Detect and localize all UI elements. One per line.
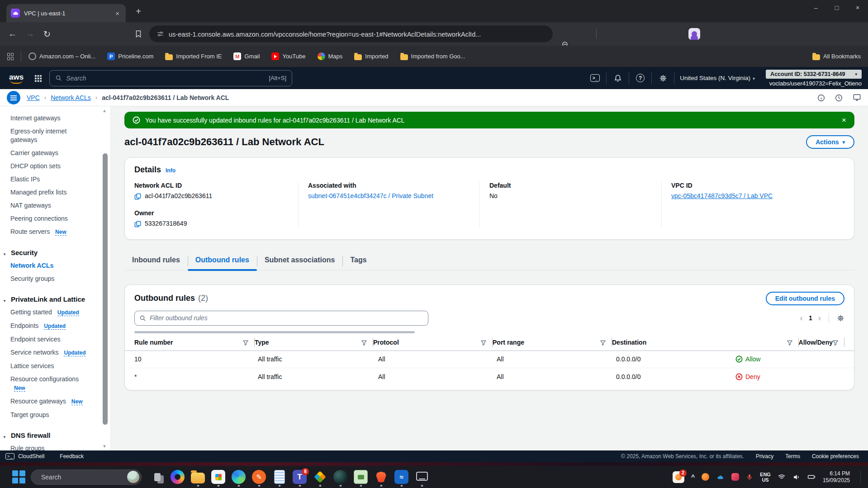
start-button[interactable]	[11, 469, 26, 485]
tab-item[interactable]: Tags	[342, 252, 374, 270]
settings-gear-icon[interactable]	[652, 72, 674, 85]
tab-item[interactable]: Outbound rules	[188, 252, 257, 270]
microsoft-365-icon[interactable]	[167, 467, 188, 488]
new-ui-icon[interactable]	[853, 93, 861, 102]
bookmark-item[interactable]: P Priceline.com	[107, 52, 153, 60]
sidebar-item[interactable]: Service networks Updated	[0, 346, 110, 360]
tab-item[interactable]: Inbound rules	[124, 252, 188, 270]
cloudshell-icon[interactable]: >_	[584, 72, 606, 85]
notifications-bell-icon[interactable]	[607, 72, 629, 85]
aws-search-input[interactable]	[66, 75, 265, 82]
previous-page-icon[interactable]: ‹	[800, 313, 803, 323]
microsoft-store-icon[interactable]	[208, 467, 228, 488]
tab-close-icon[interactable]: ×	[114, 9, 121, 17]
file-explorer-icon[interactable]	[188, 467, 208, 488]
sidebar-item[interactable]: Egress-only internet gateways	[0, 125, 110, 147]
feedback-link[interactable]: Feedback	[60, 453, 84, 460]
sidebar-item[interactable]: Security	[0, 246, 110, 259]
filter-box[interactable]	[134, 311, 428, 326]
bookmark-item[interactable]: Imported From IE	[165, 53, 222, 60]
copy-icon[interactable]	[134, 192, 141, 200]
browser-tab[interactable]: VPC | us-east-1 ×	[6, 4, 126, 22]
sidebar-item[interactable]: Rule groups	[0, 442, 110, 450]
associated-subnet-link[interactable]: subnet-067451e4cbf34247c / Private Subne…	[308, 192, 433, 199]
bookmark-item[interactable]: Imported from Goo...	[400, 53, 465, 60]
site-settings-icon[interactable]	[157, 30, 164, 38]
sidebar-scrollbar[interactable]: ▲ ▼	[102, 108, 108, 449]
column-header[interactable]: Type	[255, 338, 373, 347]
sidebar-item[interactable]: Endpoint services	[0, 333, 110, 346]
sidebar-item[interactable]: Resource gateways New	[0, 395, 110, 408]
sidebar-item[interactable]: Elastic IPs	[0, 173, 110, 186]
sidebar-item[interactable]: PrivateLink and Lattice	[0, 293, 110, 306]
column-header[interactable]: Destination	[612, 338, 799, 347]
table-horizontal-scrollbar[interactable]	[134, 331, 415, 333]
sidebar-item[interactable]: Endpoints Updated	[0, 319, 110, 333]
hidden-icons-chevron[interactable]: ^	[691, 474, 695, 481]
account-id-menu[interactable]: Account ID: 5332-6731-8649▾	[766, 70, 862, 79]
filter-funnel-icon[interactable]	[481, 339, 486, 346]
breadcrumb-network-acls-link[interactable]: Network ACLs	[51, 94, 91, 101]
copy-tool-icon[interactable]	[147, 467, 167, 488]
bookmark-item[interactable]: M Gmail	[233, 52, 260, 60]
aws-logo[interactable]: aws	[6, 73, 28, 84]
filter-funnel-icon[interactable]	[787, 339, 792, 346]
search-highlight-image[interactable]	[127, 471, 139, 483]
new-tab-button[interactable]: +	[132, 6, 145, 17]
scroll-up-icon[interactable]: ▲	[102, 108, 107, 113]
details-info-link[interactable]: Info	[166, 167, 175, 174]
bookmark-item[interactable]: Amazon.com – Onli...	[28, 52, 95, 60]
url-text[interactable]: us-east-1.console.aws.amazon.com/vpccons…	[169, 30, 481, 38]
remote-desktop-icon[interactable]	[412, 467, 432, 488]
photos-app-icon[interactable]	[330, 467, 351, 488]
help-icon[interactable]: ?	[629, 72, 651, 85]
filter-input[interactable]	[150, 314, 423, 322]
taskbar-search-input[interactable]	[41, 474, 123, 481]
wifi-icon[interactable]	[778, 473, 786, 481]
column-header[interactable]: Rule number	[134, 338, 255, 347]
bookmark-item[interactable]: Maps	[318, 52, 343, 60]
profile-avatar[interactable]	[688, 28, 700, 40]
sidebar-item[interactable]: NAT gateways	[0, 199, 110, 212]
sidebar-item[interactable]: Getting started Updated	[0, 306, 110, 319]
sidebar-item[interactable]: Internet gateways	[0, 112, 110, 125]
sidebar-item[interactable]: Route servers New	[0, 225, 110, 239]
quill-app-icon[interactable]: ✎	[249, 467, 269, 488]
window-close-button[interactable]: ×	[847, 0, 868, 15]
stamp-app-icon[interactable]	[351, 467, 371, 488]
aws-search-box[interactable]: [Alt+S]	[49, 70, 292, 86]
page-number[interactable]: 1	[809, 314, 812, 322]
privacy-link[interactable]: Privacy	[756, 453, 773, 460]
onedrive-cloud-icon[interactable]	[716, 473, 725, 481]
brave-icon[interactable]	[371, 467, 391, 488]
column-header[interactable]: Allow/Deny	[799, 338, 844, 347]
back-button[interactable]: ←	[8, 29, 17, 39]
battery-icon[interactable]	[807, 473, 816, 481]
window-maximize-button[interactable]: □	[826, 0, 847, 15]
show-desktop-handle[interactable]	[860, 470, 861, 484]
movies-app-icon[interactable]: ≈	[391, 467, 412, 488]
feature-badge[interactable]: Updated	[44, 323, 66, 330]
actions-button[interactable]: Actions▾	[806, 135, 854, 149]
scrollbar-thumb[interactable]	[103, 153, 108, 425]
tray-app-orange-icon[interactable]	[702, 473, 709, 481]
teams-icon[interactable]: T 8	[289, 467, 310, 488]
sidebar-item[interactable]: Lattice services	[0, 360, 110, 373]
sidebar-item[interactable]: Peering connections	[0, 212, 110, 225]
all-bookmarks-button[interactable]: All Bookmarks	[812, 53, 861, 60]
filter-funnel-icon[interactable]	[600, 339, 606, 346]
next-page-icon[interactable]: ›	[818, 313, 821, 323]
taskbar-search[interactable]	[31, 469, 142, 485]
feature-badge[interactable]: New	[55, 229, 66, 236]
bookmark-item[interactable]: YouTube	[271, 52, 305, 60]
services-grid-icon[interactable]	[34, 74, 42, 82]
sidebar-item[interactable]: Resource configurations New	[0, 373, 110, 395]
cloudshell-button[interactable]: >_ CloudShell	[5, 453, 44, 460]
reload-button[interactable]: ↻	[43, 29, 51, 39]
microphone-status-icon[interactable]	[746, 473, 753, 481]
edge-icon[interactable]	[228, 467, 249, 488]
language-indicator[interactable]: ENGUS	[760, 472, 771, 483]
notepad-icon[interactable]	[269, 467, 289, 488]
region-selector[interactable]: United States (N. Virginia)▾	[680, 75, 755, 81]
tray-app-red-icon[interactable]	[731, 473, 739, 481]
